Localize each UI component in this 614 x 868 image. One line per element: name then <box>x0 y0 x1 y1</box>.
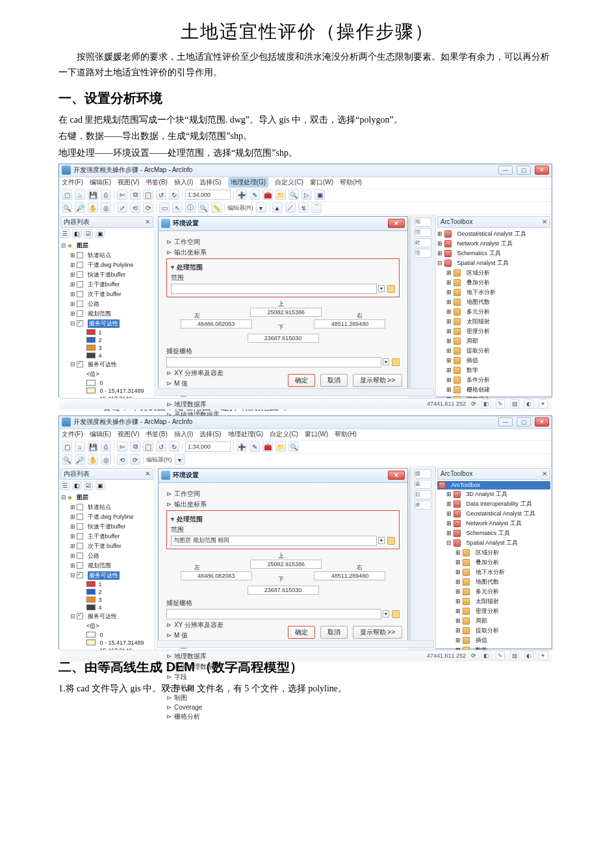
editor-icon[interactable]: ✎ <box>249 441 260 452</box>
menu-item[interactable]: 视图(V) <box>118 178 139 187</box>
extent-bottom-field[interactable]: 23687.615030 <box>248 334 319 343</box>
section-collapsed[interactable]: ⊳Coverage <box>166 704 400 711</box>
toolbox-subitem[interactable]: ⊞ 叠加分析 <box>455 558 550 567</box>
zoom-out-icon[interactable]: 🔎 <box>75 203 85 213</box>
toc-layer[interactable]: ⊞ 轨道站点 <box>70 502 153 512</box>
close-button[interactable]: ✕ <box>535 166 549 175</box>
toolbox-subitem[interactable]: ⊞ 地下水分析 <box>446 288 550 297</box>
search-icon[interactable]: 🔍 <box>288 190 299 200</box>
status-icon[interactable]: ▧ <box>510 399 519 408</box>
toolbox-root[interactable]: ArcToolbox <box>437 481 550 490</box>
pan-icon[interactable]: ✋ <box>88 454 98 465</box>
cancel-button[interactable]: 取消 <box>320 626 348 639</box>
toc-close-icon[interactable]: ✕ <box>145 218 150 225</box>
full-extent-icon[interactable]: ◎ <box>101 203 111 213</box>
menu-item[interactable]: 窗口(W) <box>310 178 333 187</box>
save-icon[interactable]: 💾 <box>88 441 98 452</box>
toc-layers-root[interactable]: ⊟◆ 图层 <box>60 241 153 251</box>
dialog-close-button[interactable]: ✕ <box>388 471 405 480</box>
menu-item-geoprocessing[interactable]: 地理处理(G) <box>228 177 268 188</box>
paste-icon[interactable]: 📋 <box>143 190 153 200</box>
menu-bar[interactable]: 文件(F) 编辑(E) 视图(V) 书签(B) 插入(I) 选择(S) 地理处理… <box>59 429 552 441</box>
menu-item[interactable]: 文件(F) <box>62 178 83 187</box>
status-icon[interactable]: ◧ <box>481 399 491 408</box>
status-icon[interactable]: ▧ <box>510 651 519 660</box>
browse-folder-icon[interactable] <box>387 285 395 293</box>
new-icon[interactable]: ▢ <box>62 441 72 452</box>
toc-layer[interactable]: ⊞ 快速干道buffer <box>70 522 153 532</box>
status-icon[interactable]: ◐ <box>524 651 533 660</box>
list-by-source-icon[interactable]: ◧ <box>72 481 81 490</box>
menu-item[interactable]: 编辑(E) <box>90 430 111 439</box>
undo-icon[interactable]: ↺ <box>156 190 166 200</box>
dock-chip[interactable]: 理 <box>415 228 431 237</box>
list-by-drawing-order-icon[interactable]: ☰ <box>60 229 70 238</box>
dock-chip[interactable]: 地 <box>415 217 431 227</box>
extent-right-field[interactable]: 48511.289480 <box>314 319 385 329</box>
toolbox-subitem[interactable]: ⊞ 太阳辐射 <box>446 317 550 327</box>
toolbox-item[interactable]: ⊞ Geostatistical Analyst 工具 <box>446 509 550 519</box>
open-icon[interactable]: ⌂ <box>75 190 85 200</box>
print-icon[interactable]: ⎙ <box>101 441 111 452</box>
status-icon[interactable]: ✴ <box>539 651 548 660</box>
search-icon[interactable]: 🔍 <box>288 441 299 452</box>
forward-icon[interactable]: ⟳ <box>143 203 153 213</box>
snap-raster-combobox[interactable] <box>166 357 381 367</box>
arctoolbox-pane[interactable]: ArcToolbox ✕ ArcToolbox ⊞ 3D Analyst 工具 … <box>436 467 552 650</box>
dock-chip[interactable]: 目 <box>415 490 431 499</box>
toolbox-subitem[interactable]: ⊞ 局部 <box>446 336 550 346</box>
toolbox-item[interactable]: ⊞ 3D Analyst 工具 <box>446 490 550 499</box>
toolbox-item[interactable]: ⊞ Schematics 工具 <box>437 249 550 258</box>
dock-chip[interactable]: 搜 <box>415 469 431 478</box>
section-collapsed[interactable]: ⊳高级地理数据库 <box>166 662 400 671</box>
menu-item[interactable]: 窗口(W) <box>305 430 328 439</box>
toc-layer[interactable]: ⊟ 服务可达性 <box>70 360 153 369</box>
toolbox-subitem[interactable]: ⊞ 栅格综合 <box>446 395 550 398</box>
full-extent-icon[interactable]: ◎ <box>101 454 111 465</box>
list-by-visible-icon[interactable]: ☑ <box>84 229 93 238</box>
edit-tool-icon[interactable]: ▲ <box>272 203 283 213</box>
catalog-icon[interactable]: 📁 <box>275 441 286 452</box>
dock-chip[interactable]: 录 <box>415 501 431 510</box>
maximize-button[interactable]: ▢ <box>517 417 531 427</box>
toc-layer[interactable]: ⊞ 公路 <box>70 551 153 561</box>
tools-toolbar[interactable]: 🔍 🔎 ✋ ◎ ⟲ ⟳ 编辑器(R) ▾ <box>59 454 552 467</box>
toolbox-item[interactable]: ⊞ Schematics 工具 <box>446 528 550 538</box>
toolbox-item[interactable]: ⊟ Spatial Analyst 工具 <box>446 538 550 548</box>
horizontal-scrollbar[interactable] <box>157 640 434 648</box>
back-icon[interactable]: ⟲ <box>117 454 127 465</box>
scale-input[interactable]: 1:34,000 <box>185 190 231 200</box>
toolbox-subitem[interactable]: ⊞ 提取分析 <box>455 626 550 636</box>
status-icon[interactable]: ✎ <box>496 399 505 408</box>
catalog-icon[interactable]: 📁 <box>275 190 286 200</box>
refresh-icon[interactable]: ⟳ <box>471 652 476 659</box>
dialog-close-button[interactable]: ✕ <box>388 219 405 228</box>
toc-layer-selected[interactable]: ⊟ 服务可达性 <box>70 319 153 329</box>
editor-icon[interactable]: ✎ <box>249 190 260 200</box>
select-icon[interactable]: ▭ <box>159 203 170 213</box>
chevron-down-icon[interactable]: ▾ <box>175 454 185 465</box>
toolbox-subitem[interactable]: ⊞ 栅格创建 <box>446 385 550 395</box>
toolbox-item[interactable]: ⊞ Network Analyst 工具 <box>437 239 550 249</box>
toc-view-toolbar[interactable]: ☰ ◧ ☑ ▣ <box>60 481 153 490</box>
dropdown-icon[interactable]: ▾ <box>383 610 389 617</box>
extent-top-field[interactable]: 25082.915386 <box>250 560 322 569</box>
print-icon[interactable]: ⎙ <box>101 190 111 200</box>
chevron-down-icon[interactable]: ▾ <box>256 203 266 213</box>
forward-icon[interactable]: ⟳ <box>130 454 140 465</box>
status-icon[interactable]: ◐ <box>524 399 533 408</box>
toolbox-subitem[interactable]: ⊞ 插值 <box>446 356 550 366</box>
toc-close-icon[interactable]: ✕ <box>145 470 150 477</box>
measure-icon[interactable]: 📏 <box>211 203 222 213</box>
maximize-button[interactable]: ▢ <box>517 166 531 175</box>
toolbox-subitem[interactable]: ⊞ 区域分析 <box>446 268 550 278</box>
list-by-source-icon[interactable]: ◧ <box>72 229 81 238</box>
toc-layer[interactable]: ⊞ 轨道站点 <box>70 251 153 260</box>
menu-item[interactable]: 自定义(C) <box>270 430 298 439</box>
toolbox-subitem[interactable]: ⊞ 地下水分析 <box>455 567 550 577</box>
dropdown-icon[interactable]: ▾ <box>378 537 385 544</box>
zoom-out-icon[interactable]: 🔎 <box>75 454 85 465</box>
menu-item[interactable]: 视图(V) <box>118 430 139 439</box>
dock-chip[interactable]: 索 <box>415 480 431 489</box>
menu-item[interactable]: 帮助(H) <box>340 178 362 187</box>
